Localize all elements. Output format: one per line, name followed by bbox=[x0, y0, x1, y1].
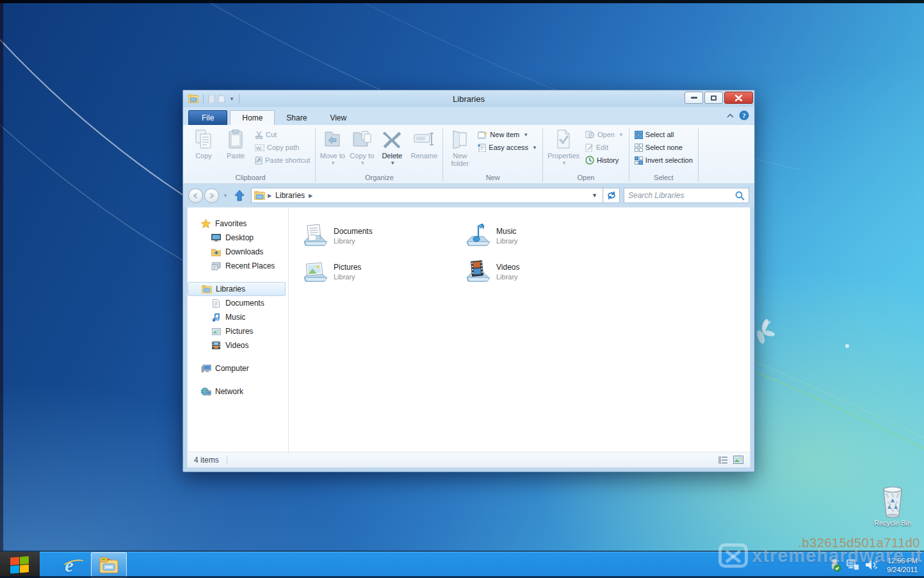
up-button[interactable] bbox=[232, 188, 247, 203]
qat-separator-2 bbox=[239, 94, 239, 103]
maximize-button[interactable] bbox=[704, 92, 723, 104]
downloads-icon bbox=[211, 248, 222, 256]
sidebar-item-music[interactable]: Music bbox=[188, 310, 288, 324]
documents-icon bbox=[211, 299, 222, 308]
taskbar-clock[interactable]: 12:56 PM 9/24/2011 bbox=[883, 556, 918, 574]
address-dropdown[interactable]: ▼ bbox=[589, 192, 600, 199]
new-item-button[interactable]: New item▼ bbox=[475, 128, 540, 141]
help-button[interactable]: ? bbox=[739, 110, 749, 120]
recent-pages-dropdown[interactable]: ▼ bbox=[223, 193, 228, 199]
move-to-icon bbox=[323, 128, 342, 150]
invert-selection-button[interactable]: Invert selection bbox=[632, 154, 695, 167]
invert-selection-icon bbox=[635, 156, 643, 165]
minimize-ribbon-button[interactable] bbox=[727, 113, 734, 118]
sidebar-item-recent-places[interactable]: Recent Places bbox=[188, 259, 288, 273]
copy-button[interactable]: Copy bbox=[188, 127, 219, 167]
ribbon-group-new: New folder New item▼ Easy access▼ New bbox=[443, 127, 542, 183]
thumbnail-view-button[interactable] bbox=[733, 456, 743, 464]
copy-path-button[interactable]: W.. Copy path bbox=[252, 141, 312, 154]
refresh-button[interactable] bbox=[603, 188, 620, 203]
rename-icon bbox=[414, 128, 434, 150]
tray-usb-icon[interactable] bbox=[829, 559, 841, 572]
paste-shortcut-button[interactable]: Paste shortcut bbox=[252, 154, 312, 167]
new-folder-button[interactable]: New folder bbox=[446, 127, 474, 167]
taskbar-explorer-button[interactable] bbox=[91, 552, 127, 578]
qat-customize-dropdown[interactable]: ▼ bbox=[229, 96, 234, 102]
properties-button[interactable]: Properties▼ bbox=[546, 127, 581, 167]
easy-access-button[interactable]: Easy access▼ bbox=[475, 141, 540, 154]
sidebar-item-videos[interactable]: Videos bbox=[188, 338, 288, 352]
qat-new-folder-button[interactable] bbox=[218, 95, 225, 103]
select-none-button[interactable]: Select none bbox=[632, 141, 695, 154]
library-item-documents[interactable]: Documents Library bbox=[300, 218, 448, 254]
tray-network-icon[interactable] bbox=[847, 559, 859, 570]
back-button[interactable] bbox=[188, 188, 203, 203]
refresh-icon bbox=[607, 191, 616, 200]
sidebar-item-network[interactable]: Network bbox=[188, 384, 288, 399]
paste-icon bbox=[228, 128, 243, 150]
copy-to-button[interactable]: Copy to▼ bbox=[348, 127, 376, 167]
rename-button[interactable]: Rename bbox=[408, 127, 440, 167]
library-item-videos[interactable]: Videos Library bbox=[463, 254, 610, 290]
sidebar-item-favorites[interactable]: Favorites bbox=[188, 217, 288, 231]
sidebar-item-libraries[interactable]: Libraries bbox=[188, 282, 286, 296]
recycle-bin[interactable]: Recycle Bin bbox=[873, 484, 912, 527]
move-to-button[interactable]: Move to▼ bbox=[318, 127, 346, 167]
search-icon[interactable] bbox=[735, 191, 745, 201]
minimize-button[interactable] bbox=[685, 92, 703, 104]
close-button[interactable] bbox=[724, 92, 753, 104]
file-list-area[interactable]: Documents Library Musi bbox=[289, 208, 750, 452]
tab-share[interactable]: Share bbox=[275, 111, 318, 125]
taskbar-ie-button[interactable]: e bbox=[51, 552, 87, 578]
sidebar-item-downloads[interactable]: Downloads bbox=[188, 245, 288, 259]
title-bar[interactable]: ▼ Libraries bbox=[183, 90, 754, 107]
status-bar: 4 items bbox=[187, 452, 750, 468]
ribbon-group-select: Select all Select none Invert selection … bbox=[629, 127, 698, 183]
address-bar[interactable]: ▶ Libraries ▶ ▼ bbox=[251, 188, 603, 203]
music-library-icon bbox=[463, 224, 490, 248]
tray-volume-icon[interactable] bbox=[865, 559, 877, 570]
library-item-music[interactable]: Music Library bbox=[463, 218, 610, 254]
edit-button[interactable]: Edit bbox=[583, 141, 626, 154]
breadcrumb-arrow[interactable]: ▶ bbox=[268, 193, 272, 199]
quick-access-toolbar: ▼ bbox=[184, 94, 241, 103]
start-button[interactable] bbox=[0, 552, 40, 578]
breadcrumb-libraries[interactable]: Libraries bbox=[274, 191, 306, 200]
paste-button[interactable]: Paste bbox=[220, 127, 251, 167]
copy-path-icon: W.. bbox=[255, 144, 264, 151]
tab-file[interactable]: File bbox=[188, 110, 227, 125]
tab-home[interactable]: Home bbox=[230, 110, 275, 125]
tab-view[interactable]: View bbox=[318, 111, 358, 125]
qat-properties-button[interactable] bbox=[208, 95, 215, 103]
breadcrumb-folder-icon bbox=[254, 191, 265, 200]
search-input[interactable] bbox=[628, 191, 735, 200]
cut-button[interactable]: Cut bbox=[252, 128, 312, 141]
delete-button[interactable]: Delete▼ bbox=[377, 127, 407, 167]
item-name: Pictures bbox=[334, 263, 361, 272]
sidebar-item-desktop[interactable]: Desktop bbox=[188, 231, 288, 245]
open-group-label: Open bbox=[546, 172, 626, 183]
details-view-button[interactable] bbox=[718, 456, 728, 464]
breadcrumb-arrow[interactable]: ▶ bbox=[309, 193, 312, 199]
sidebar-item-computer[interactable]: Computer bbox=[188, 361, 288, 376]
close-icon bbox=[735, 95, 742, 101]
explorer-app-icon[interactable] bbox=[188, 94, 199, 103]
forward-button[interactable] bbox=[204, 188, 219, 203]
item-name: Music bbox=[496, 227, 518, 236]
svg-text:?: ? bbox=[742, 111, 746, 119]
open-button[interactable]: Open▼ bbox=[583, 128, 626, 141]
qat-separator bbox=[203, 94, 204, 103]
pictures-library-icon bbox=[300, 260, 327, 284]
sidebar-item-documents[interactable]: Documents bbox=[188, 296, 288, 310]
history-button[interactable]: History bbox=[583, 154, 626, 167]
library-item-pictures[interactable]: Pictures Library bbox=[300, 254, 448, 290]
window-title: Libraries bbox=[183, 94, 754, 104]
desktop-icon bbox=[211, 234, 222, 242]
new-item-icon bbox=[478, 131, 487, 139]
sidebar-item-pictures[interactable]: Pictures bbox=[188, 324, 288, 338]
select-all-button[interactable]: Select all bbox=[632, 128, 695, 141]
ribbon-tab-row: File Home Share View ? bbox=[183, 107, 754, 125]
chevron-up-icon bbox=[727, 113, 734, 118]
up-arrow-icon bbox=[234, 190, 245, 201]
window-body: Favorites Desktop Downloads bbox=[187, 207, 750, 452]
